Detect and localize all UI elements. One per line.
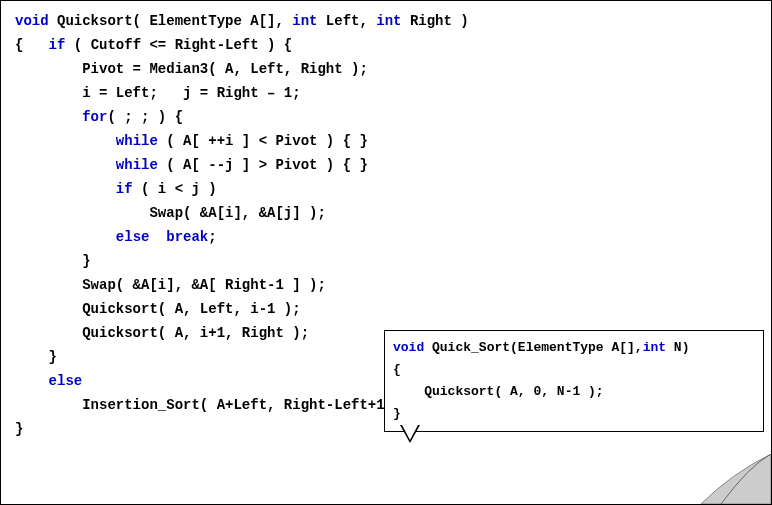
kw-while: while	[116, 157, 158, 173]
kw-int: int	[292, 13, 317, 29]
kw-else: else	[116, 229, 150, 245]
kw-break: break	[166, 229, 208, 245]
quick-sort-wrapper-code: void Quick_Sort(ElementType A[],int N) {…	[393, 337, 755, 425]
page-curl-icon	[701, 454, 771, 504]
wrapper-code-callout: void Quick_Sort(ElementType A[],int N) {…	[384, 330, 764, 432]
kw-int: int	[643, 340, 666, 355]
callout-tail-inner	[402, 425, 418, 440]
kw-void: void	[393, 340, 424, 355]
kw-else: else	[49, 373, 83, 389]
kw-while: while	[116, 133, 158, 149]
kw-void: void	[15, 13, 49, 29]
kw-if: if	[116, 181, 133, 197]
code-slide: void Quicksort( ElementType A[], int Lef…	[0, 0, 772, 505]
kw-for: for	[82, 109, 107, 125]
kw-int: int	[376, 13, 401, 29]
kw-if: if	[49, 37, 66, 53]
svg-marker-0	[701, 454, 771, 504]
